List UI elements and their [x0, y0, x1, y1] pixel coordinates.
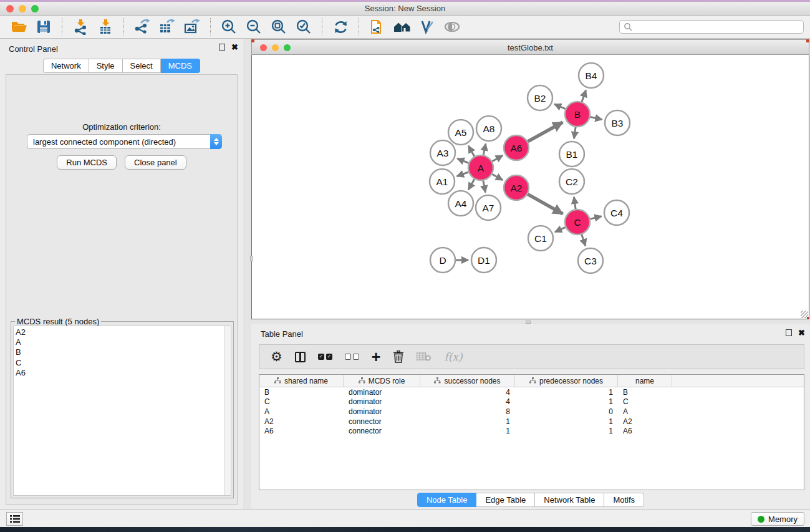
graph-edge-A2-C[interactable] [528, 194, 562, 214]
zoom-in-button[interactable] [216, 17, 241, 36]
graph-edge-B-B3[interactable] [591, 117, 602, 119]
tab-style[interactable]: Style [89, 59, 123, 73]
cell-successor-nodes[interactable]: 4 [420, 397, 515, 406]
export-table-button[interactable] [155, 17, 180, 36]
close-panel-icon[interactable]: ✖ [231, 44, 238, 51]
network-graph[interactable]: B4B2BB3A5A8A6B1A3AC2A1A2A4A7CC4C1C3DD1 [252, 55, 809, 318]
zoom-out-button[interactable] [241, 17, 266, 36]
table-row[interactable]: A2connector11A2 [259, 417, 804, 427]
tab-select[interactable]: Select [123, 59, 161, 73]
cell-predecessor-nodes[interactable]: 0 [515, 407, 618, 416]
table-row[interactable]: Cdominator41C [259, 397, 804, 407]
mcds-result-list[interactable]: A2ABCA6 [13, 326, 231, 496]
column-header-name[interactable]: name [618, 375, 672, 387]
cell-successor-nodes[interactable]: 4 [420, 388, 515, 397]
cell-name[interactable]: A [618, 407, 672, 416]
column-header-predecessor-nodes[interactable]: predecessor nodes [515, 375, 618, 387]
criterion-select[interactable]: largest connected component (directed) [27, 134, 222, 149]
task-history-button[interactable] [6, 512, 23, 526]
cell-MCDS-role[interactable]: dominator [344, 388, 420, 397]
export-image-button[interactable] [180, 17, 205, 36]
cell-name[interactable]: A6 [618, 427, 672, 435]
table-row[interactable]: Adominator80A [259, 407, 804, 417]
clone-network-button[interactable] [365, 17, 390, 36]
app-titlebar[interactable]: Session: New Session [0, 2, 810, 16]
import-network-button[interactable] [68, 17, 93, 36]
add-button[interactable]: + [372, 349, 381, 365]
graph-edge-A-A5[interactable] [468, 146, 474, 157]
deselect-all-button[interactable] [345, 349, 359, 365]
eye-button[interactable] [440, 17, 465, 36]
graph-edge-B-B1[interactable] [574, 127, 576, 138]
column-header-successor-nodes[interactable]: successor nodes [420, 375, 515, 387]
result-list-item[interactable]: B [16, 347, 224, 357]
splitter-handle[interactable] [526, 321, 531, 324]
graph-edge-A-A3[interactable] [457, 158, 468, 163]
cell-shared-name[interactable]: A6 [259, 427, 344, 435]
graph-edge-A-A1[interactable] [457, 172, 469, 177]
float-panel-icon[interactable] [219, 44, 225, 51]
cell-shared-name[interactable]: A2 [259, 417, 344, 426]
cell-predecessor-nodes[interactable]: 1 [515, 397, 618, 406]
cell-MCDS-role[interactable]: connector [344, 417, 420, 426]
close-panel-icon[interactable]: ✖ [798, 329, 805, 336]
graph-edge-C-C3[interactable] [582, 235, 586, 246]
network-window-titlebar[interactable]: testGlobe.txt [251, 39, 809, 55]
open-session-button[interactable] [6, 17, 31, 36]
cell-successor-nodes[interactable]: 1 [420, 417, 515, 426]
tab-network-table[interactable]: Network Table [535, 493, 604, 507]
search-field[interactable] [619, 20, 804, 34]
graph-edge-C-C4[interactable] [590, 216, 601, 219]
run-mcds-button[interactable]: Run MCDS [57, 155, 117, 170]
cell-shared-name[interactable]: A [259, 407, 344, 416]
cell-shared-name[interactable]: B [259, 388, 344, 397]
cell-MCDS-role[interactable]: dominator [344, 407, 420, 416]
cell-predecessor-nodes[interactable]: 1 [515, 388, 618, 397]
tab-motifs[interactable]: Motifs [604, 493, 644, 507]
close-panel-button[interactable]: Close panel [125, 155, 186, 170]
graph-edge-B-B2[interactable] [554, 104, 566, 109]
cell-name[interactable]: A2 [618, 417, 672, 426]
column-header-shared-name[interactable]: shared name [259, 375, 344, 387]
result-list-item[interactable]: A2 [16, 327, 224, 337]
style-edit-button[interactable] [415, 17, 440, 36]
save-session-button[interactable] [31, 17, 56, 36]
column-header-MCDS-role[interactable]: MCDS role [344, 375, 420, 387]
function-builder-button[interactable]: f(x) [444, 349, 462, 365]
home-button[interactable] [390, 17, 415, 36]
memory-button[interactable]: Memory [751, 512, 804, 526]
export-network-button[interactable] [130, 17, 155, 36]
tab-node-table[interactable]: Node Table [417, 493, 477, 507]
import-table-button[interactable] [93, 17, 118, 36]
graph-edge-A6-B[interactable] [528, 122, 562, 142]
cell-predecessor-nodes[interactable]: 1 [515, 417, 618, 426]
cell-successor-nodes[interactable]: 8 [420, 407, 515, 416]
gear-button[interactable]: ⚙ [271, 349, 282, 365]
node-table[interactable]: shared nameMCDS rolesuccessor nodesprede… [259, 374, 804, 490]
cell-shared-name[interactable]: C [259, 397, 344, 406]
table-row[interactable]: A6connector11A6 [259, 426, 804, 436]
float-panel-icon[interactable] [786, 329, 792, 336]
split-columns-button[interactable] [295, 349, 306, 365]
splitter-handle[interactable] [250, 256, 253, 261]
tab-edge-table[interactable]: Edge Table [476, 493, 535, 507]
tab-network[interactable]: Network [43, 59, 89, 73]
zoom-fit-button[interactable] [266, 17, 291, 36]
result-scrollbar[interactable] [224, 326, 231, 495]
cell-MCDS-role[interactable]: dominator [344, 397, 420, 406]
graph-edge-A-A7[interactable] [483, 181, 486, 193]
result-list-item[interactable]: C [16, 358, 224, 368]
cell-successor-nodes[interactable]: 1 [420, 427, 515, 435]
delete-button[interactable] [393, 349, 404, 365]
result-list-item[interactable]: A [16, 337, 224, 347]
graph-edge-A-A4[interactable] [468, 179, 474, 190]
graph-edge-A-A6[interactable] [492, 155, 503, 161]
refresh-button[interactable] [328, 17, 353, 36]
search-input[interactable] [632, 22, 799, 31]
select-all-button[interactable]: ✓✓ [318, 349, 332, 365]
network-view-window[interactable]: testGlobe.txt B4B2BB3A5A8A6B1A3AC2A1A2A4… [251, 39, 809, 320]
zoom-selected-button[interactable] [291, 17, 316, 36]
graph-edge-C-C1[interactable] [555, 227, 566, 231]
delete-table-button[interactable] [417, 349, 432, 365]
cell-predecessor-nodes[interactable]: 1 [515, 427, 618, 435]
